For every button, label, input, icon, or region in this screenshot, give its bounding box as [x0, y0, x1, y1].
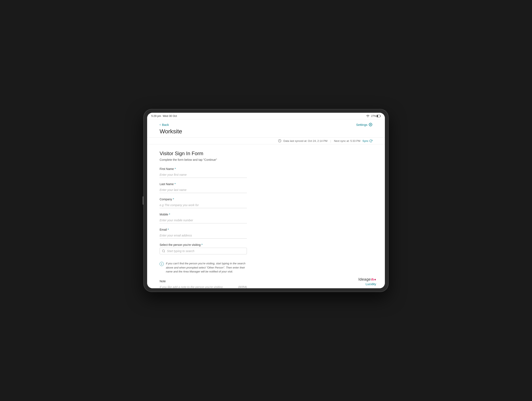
host-search-input[interactable]: [167, 249, 245, 253]
company-label: Company *: [160, 198, 372, 201]
company-input[interactable]: [160, 202, 247, 208]
company-field: Company *: [160, 198, 372, 208]
svg-point-5: [162, 250, 165, 252]
first-name-input[interactable]: [160, 172, 247, 178]
note-label: Note: [160, 279, 372, 283]
sync-bar: Data last synced at: Oct 24, 2:14 PM | N…: [147, 137, 385, 144]
last-name-label: Last Name *: [160, 182, 372, 186]
required-star: *: [173, 198, 174, 201]
search-wrapper[interactable]: [160, 248, 247, 254]
email-input[interactable]: [160, 233, 247, 239]
last-synced-text: Data last synced at: Oct 24, 2:14 PM: [284, 139, 328, 142]
host-search-field: Select the person you're visiting *: [160, 243, 372, 254]
required-star: *: [168, 228, 169, 231]
logo-accent-dot: n: [371, 277, 374, 282]
form-container: Visitor Sign In Form Complete the form b…: [147, 144, 385, 288]
info-text: If you can't find the person you're visi…: [166, 261, 247, 274]
ideagen-logo: Ideage n: [358, 277, 376, 282]
last-name-field: Last Name *: [160, 182, 372, 193]
page-header: ‹ Back Worksite Settings: [147, 119, 385, 137]
logo-ideagen-text: Ideage: [358, 277, 371, 282]
email-label: Email *: [160, 228, 372, 231]
logo-star-icon: [374, 278, 376, 281]
last-name-input[interactable]: [160, 187, 247, 193]
next-sync-text: Next sync at: 5:33 PM: [334, 139, 360, 142]
char-counter: (0/254): [238, 285, 247, 289]
info-icon: i: [160, 262, 164, 266]
wifi-icon: [366, 115, 369, 117]
info-box: i If you can't find the person you're vi…: [160, 259, 247, 276]
note-input[interactable]: [160, 284, 247, 289]
back-button[interactable]: ‹ Back: [160, 123, 169, 126]
svg-point-3: [370, 124, 371, 125]
status-date: Wed 30 Oct: [163, 114, 177, 117]
required-star: *: [169, 213, 170, 216]
back-chevron-icon: ‹: [160, 123, 161, 126]
note-wrapper: (0/254): [160, 284, 247, 289]
logo-lucidity-text: Lucidity: [366, 282, 376, 286]
sync-button[interactable]: Sync: [362, 139, 372, 142]
form-subtitle: Complete the form below and tap "Continu…: [160, 158, 372, 162]
svg-rect-1: [380, 116, 381, 116]
required-star: *: [201, 243, 203, 246]
first-name-field: First Name *: [160, 167, 372, 178]
first-name-label: First Name *: [160, 167, 372, 171]
sync-divider: |: [330, 139, 331, 142]
clock-icon: [278, 139, 281, 142]
status-time: 5:29 pm: [151, 114, 161, 117]
mobile-input[interactable]: [160, 217, 247, 223]
required-star: *: [175, 167, 176, 171]
refresh-icon: [369, 139, 372, 142]
email-field: Email *: [160, 228, 372, 239]
logo-area: Ideage n Lucidity: [358, 277, 376, 286]
settings-button[interactable]: Settings: [356, 123, 372, 126]
mobile-label: Mobile *: [160, 213, 372, 216]
gear-icon: [369, 123, 372, 126]
form-title: Visitor Sign In Form: [160, 151, 372, 156]
battery-icon: 27%: [371, 115, 381, 117]
search-icon: [162, 249, 165, 253]
note-field: Note (0/254): [160, 279, 372, 289]
content-area: ‹ Back Worksite Settings: [147, 119, 385, 288]
svg-marker-7: [374, 278, 376, 281]
required-star: *: [175, 182, 176, 186]
status-bar: 5:29 pm Wed 30 Oct 27%: [147, 113, 385, 119]
page-title: Worksite: [160, 128, 182, 135]
mobile-field: Mobile *: [160, 213, 372, 223]
svg-rect-2: [377, 115, 378, 117]
svg-line-6: [164, 252, 165, 252]
host-search-label: Select the person you're visiting *: [160, 243, 372, 246]
